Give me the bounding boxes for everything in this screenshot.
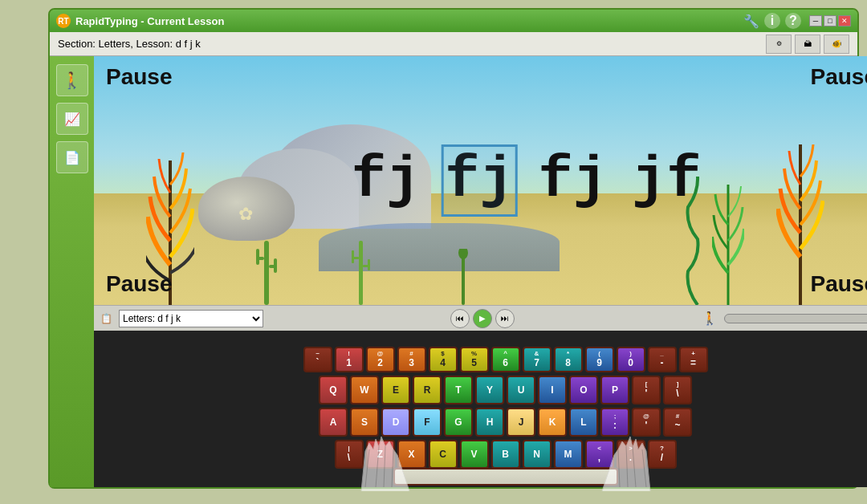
lesson-icon: 📋 [100,313,112,324]
starfish-decoration: ✿ [238,204,253,225]
key-hash[interactable]: #~ [663,408,692,437]
minimize-button[interactable]: ─ [809,15,822,26]
key-6[interactable]: ^6 [491,347,520,372]
play-button[interactable]: ▶ [473,309,492,328]
toolbar-icons: ⚙ 🏔 🐠 [766,35,849,54]
key-bracket-right[interactable]: ]\ [663,376,692,404]
key-v[interactable]: V [460,440,489,469]
key-7[interactable]: &7 [523,347,552,372]
key-1[interactable]: !1 [335,347,364,372]
window-controls: ─ □ ✕ [809,15,851,26]
key-quote[interactable]: @' [632,408,661,437]
key-2[interactable]: @2 [366,347,395,372]
svg-rect-9 [353,257,359,259]
toolbar-btn-mountain[interactable]: 🏔 [795,35,820,54]
key-equals[interactable]: += [679,347,708,372]
plant-right-2 [712,161,744,305]
forward-button[interactable]: ⏭ [495,309,515,328]
typing-word-highlighted: fj [445,148,514,213]
key-f[interactable]: F [413,408,442,437]
toolbar-btn-1[interactable]: ⚙ [766,35,792,54]
key-s[interactable]: S [350,408,379,437]
key-backslash[interactable]: |\ [335,440,364,469]
key-u[interactable]: U [507,376,535,404]
key-5[interactable]: %5 [460,347,489,372]
lesson-select[interactable]: Letters: d f j k [119,310,263,327]
close-button[interactable]: ✕ [838,15,851,26]
svg-rect-12 [368,259,370,270]
zxcv-row: |\ Z X C V B N M <, >. ?/ [335,440,677,469]
key-l[interactable]: L [569,408,598,437]
key-x[interactable]: X [397,440,426,469]
key-o[interactable]: O [569,376,598,404]
key-d[interactable]: D [381,408,410,437]
key-c[interactable]: C [429,440,458,469]
key-0[interactable]: )0 [617,347,645,372]
key-j[interactable]: J [507,408,535,437]
key-semicolon[interactable]: ;: [600,408,629,437]
sidebar-chart-btn[interactable]: 📈 [56,103,88,135]
key-4[interactable]: $4 [429,347,458,372]
key-q[interactable]: Q [319,376,348,404]
info-icon[interactable]: i [764,13,780,29]
typing-word-1: fj [352,148,421,213]
language-label: English [21,490,50,499]
svg-rect-5 [256,249,259,265]
key-g[interactable]: G [444,408,473,437]
toolbar-btn-fish[interactable]: 🐠 [824,35,849,54]
pause-label-br[interactable]: Pause [811,271,868,297]
typing-display: fj fj fj jf [352,148,702,213]
pause-label-tl[interactable]: Pause [106,64,173,90]
pause-label-tr[interactable]: Pause [811,64,868,90]
app-window: RT RapidTyping - Current Lesson 🔧 i ? ─ … [48,8,859,489]
svg-point-14 [458,249,468,259]
key-backtick[interactable]: ~` [303,347,332,372]
typing-scene: ✿ [94,56,867,305]
spacebar[interactable] [393,468,618,486]
key-minus[interactable]: _- [648,347,677,372]
key-r[interactable]: R [413,376,442,404]
key-3[interactable]: #3 [397,347,426,372]
language-flag [5,490,18,499]
keyboard: ~` !1 @2 #3 $4 %5 ^6 &7 *8 (9 )0 _- [303,347,708,469]
key-t[interactable]: T [444,376,473,404]
key-a[interactable]: A [319,408,348,437]
key-p[interactable]: P [600,376,629,404]
key-8[interactable]: *8 [554,347,583,372]
key-period[interactable]: >. [617,440,645,469]
window-title: RapidTyping - Current Lesson [75,15,743,27]
key-z[interactable]: Z [366,440,395,469]
key-b[interactable]: B [491,440,520,469]
title-bar: RT RapidTyping - Current Lesson 🔧 i ? ─ … [50,10,857,32]
key-i[interactable]: I [538,376,567,404]
num-row: ~` !1 @2 #3 $4 %5 ^6 &7 *8 (9 )0 _- [303,347,708,372]
key-h[interactable]: H [475,408,504,437]
wrench-icon[interactable]: 🔧 [743,14,759,29]
typing-word-3: fj [539,148,608,213]
app-icon: RT [56,14,71,28]
typing-word-4: jf [632,148,701,213]
svg-rect-13 [462,253,465,305]
key-bracket-left[interactable]: [' [632,376,661,404]
key-n[interactable]: N [523,440,552,469]
help-icon[interactable]: ? [785,13,801,29]
rewind-button[interactable]: ⏮ [450,309,470,328]
main-area: 🚶 📈 📄 ✿ [50,56,867,487]
key-m[interactable]: M [554,440,583,469]
svg-rect-11 [363,265,368,267]
qwerty-row: Q W E R T Y U I O P [' ]\ [319,376,692,404]
key-slash[interactable]: ?/ [648,440,677,469]
key-k[interactable]: K [538,408,567,437]
key-e[interactable]: E [381,376,410,404]
key-9[interactable]: (9 [585,347,614,372]
sidebar-doc-btn[interactable]: 📄 [56,141,88,173]
key-w[interactable]: W [350,376,379,404]
pause-label-bl[interactable]: Pause [106,271,173,297]
keyboard-area: ~` !1 @2 #3 $4 %5 ^6 &7 *8 (9 )0 _- [94,331,867,487]
sidebar-walk-btn[interactable]: 🚶 [56,64,88,96]
key-y[interactable]: Y [475,376,504,404]
cactus-mid [351,233,371,305]
progress-bar [724,314,867,323]
key-comma[interactable]: <, [585,440,614,469]
maximize-button[interactable]: □ [824,15,836,26]
